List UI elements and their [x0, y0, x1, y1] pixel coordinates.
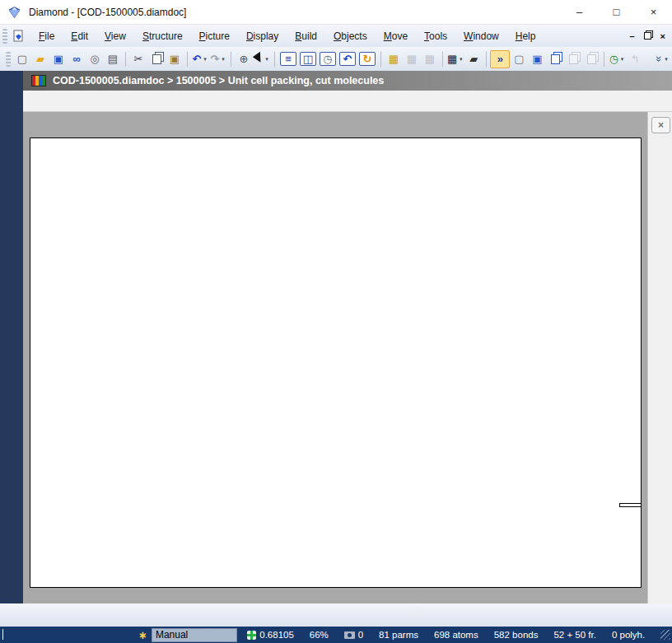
- menu-move[interactable]: Move: [376, 27, 416, 45]
- mode-box[interactable]: Manual: [152, 628, 238, 642]
- status-polyhedra: 0 polyh.: [612, 630, 645, 640]
- save-button[interactable]: ▣: [49, 51, 68, 68]
- picture-page[interactable]: [30, 137, 642, 588]
- resize-grip[interactable]: [660, 630, 670, 640]
- mdi-controls: –×: [629, 31, 665, 41]
- toolbar-separator: [442, 52, 443, 67]
- data-sheet-button[interactable]: ▦▾: [446, 51, 464, 68]
- main-toolbar: ▢▰▣∞◎▤✂▣↶▾↷▾⊕▾≡◫◷↶↻▦▦▦▦▾▰»▢▣◷▾↰»▾: [0, 47, 672, 71]
- menu-build[interactable]: Build: [287, 27, 325, 45]
- table-forward-icon: ▦: [407, 54, 417, 64]
- minimize-button[interactable]: –: [561, 0, 598, 25]
- menu-objects[interactable]: Objects: [325, 27, 376, 45]
- redo-button[interactable]: ↷▾: [209, 51, 227, 68]
- data-folder-button[interactable]: ▰: [464, 51, 483, 68]
- copy-picture-icon: [551, 54, 560, 64]
- print-button[interactable]: ▤: [104, 51, 122, 68]
- pictures-stack-button[interactable]: [582, 51, 600, 68]
- crystal-structure[interactable]: [30, 138, 641, 587]
- paste-button[interactable]: ▣: [166, 51, 184, 68]
- atom-legend[interactable]: [619, 503, 642, 507]
- find-button[interactable]: ∞: [68, 51, 86, 68]
- menu-help[interactable]: Help: [507, 27, 544, 45]
- toolbar-overflow-button[interactable]: »▾: [654, 51, 672, 68]
- menubar-grip[interactable]: [2, 29, 7, 44]
- toolbar-grip[interactable]: [6, 52, 11, 67]
- pan-icon: ⊕: [240, 54, 249, 64]
- mdi-minimize-button[interactable]: –: [629, 31, 634, 41]
- mdi-restore-button[interactable]: [644, 32, 651, 40]
- status-camera-count: 0: [358, 630, 363, 640]
- sidebar: [0, 71, 23, 603]
- open-file-icon: ▰: [36, 54, 44, 64]
- data-folder-icon: ▰: [469, 54, 478, 64]
- pan-button[interactable]: ⊕: [235, 51, 253, 68]
- picture-caption-bar[interactable]: COD-1500005.diamdoc > 1500005 > Unit cel…: [23, 71, 672, 91]
- redo-dropdown[interactable]: ▾: [220, 56, 226, 63]
- fast-forward-button[interactable]: »: [490, 50, 510, 68]
- picture-jump-icon: ↰: [631, 54, 640, 64]
- save-icon: ▣: [54, 54, 63, 64]
- copy-button[interactable]: [147, 51, 166, 68]
- restore-view-button[interactable]: ↶: [339, 52, 356, 66]
- table-forward-button[interactable]: ▦: [403, 51, 421, 68]
- undo-button[interactable]: ↶▾: [191, 51, 209, 68]
- status-zoom: 66%: [310, 630, 329, 640]
- new-document-button[interactable]: ▢: [13, 51, 31, 68]
- table-copy-button[interactable]: ▦: [421, 51, 439, 68]
- select-button[interactable]: ▾: [253, 51, 271, 68]
- close-picture-button[interactable]: ×: [651, 117, 670, 133]
- picture-history-dropdown[interactable]: ▾: [619, 56, 625, 63]
- new-picture-button[interactable]: ▢: [510, 51, 528, 68]
- maximize-button[interactable]: □: [598, 0, 635, 25]
- menu-edit[interactable]: Edit: [63, 27, 96, 45]
- picture-jump-button[interactable]: ↰: [626, 51, 644, 68]
- toolbar-separator: [231, 52, 231, 67]
- find-icon: ∞: [72, 54, 80, 64]
- menu-structure[interactable]: Structure: [134, 27, 191, 45]
- picture-back-button[interactable]: [564, 51, 582, 68]
- menu-display[interactable]: Display: [238, 27, 287, 45]
- status-atoms: 698 atoms: [434, 630, 478, 640]
- toolbar-separator: [380, 52, 381, 67]
- copy-picture-button[interactable]: [546, 51, 564, 68]
- tree-view-button[interactable]: ≡: [280, 52, 296, 66]
- status-message: [0, 627, 138, 643]
- mdi-close-button[interactable]: ×: [660, 31, 665, 41]
- status-fragments: 52 + 50 fr.: [553, 630, 595, 640]
- new-picture-icon: ▢: [514, 54, 524, 64]
- undo-dropdown[interactable]: ▾: [202, 56, 208, 63]
- fast-forward-icon: »: [497, 54, 503, 64]
- print-preview-button[interactable]: ◎: [86, 51, 104, 68]
- refresh-icon: ↻: [363, 54, 372, 64]
- data-sheet-dropdown[interactable]: ▾: [458, 56, 464, 63]
- document-icon: [12, 30, 26, 43]
- picture-thumb-icon: [31, 75, 46, 86]
- cut-button[interactable]: ✂: [129, 51, 147, 68]
- undefined[interactable]: [0, 607, 18, 623]
- picture-button[interactable]: ▣: [528, 51, 546, 68]
- split-view-button[interactable]: ◫: [300, 52, 316, 66]
- status-parms: 81 parms: [379, 630, 418, 640]
- picture-history-button[interactable]: ◷▾: [608, 51, 626, 68]
- menu-picture[interactable]: Picture: [191, 27, 238, 45]
- window-controls: –□×: [561, 0, 672, 25]
- menu-tools[interactable]: Tools: [416, 27, 455, 45]
- menu-window[interactable]: Window: [455, 27, 507, 45]
- toolbar-separator: [274, 52, 275, 67]
- menu-file[interactable]: File: [30, 27, 63, 45]
- new-table-button[interactable]: ▦: [385, 51, 403, 68]
- cut-icon: ✂: [134, 54, 143, 64]
- diamond-logo-icon: [7, 6, 21, 19]
- refresh-button[interactable]: ↻: [359, 52, 376, 66]
- title-bar[interactable]: Diamond - [COD-1500005.diamdoc] –□×: [0, 0, 672, 25]
- history-view-button[interactable]: ◷: [320, 52, 336, 66]
- close-button[interactable]: ×: [635, 0, 672, 25]
- toolbar-separator: [125, 52, 126, 67]
- status-bonds: 582 bonds: [494, 630, 539, 640]
- new-table-icon: ▦: [389, 54, 399, 64]
- right-panel-strip: ×: [647, 112, 672, 603]
- data-sheet-icon: ▦: [447, 54, 457, 64]
- menu-view[interactable]: View: [96, 27, 134, 45]
- open-file-button[interactable]: ▰: [31, 51, 49, 68]
